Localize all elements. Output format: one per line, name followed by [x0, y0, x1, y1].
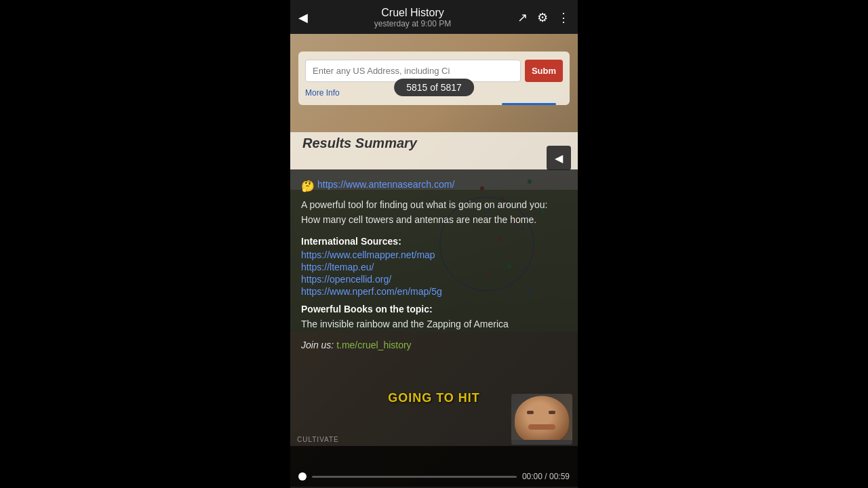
body-text: A powerful tool for finding out what is …: [301, 198, 567, 227]
post-timestamp: yesterday at 9:00 PM: [308, 19, 517, 28]
submit-button[interactable]: Subm: [525, 60, 563, 82]
phone-container: ◀ Cruel History yesterday at 9:00 PM ↗ ⚙…: [290, 0, 578, 488]
content-area: 5815 of 5817 Subm More Info Results Summ…: [290, 34, 578, 487]
antenna-search-link[interactable]: https://www.antennasearch.com/: [317, 179, 454, 190]
opencellid-link[interactable]: https://opencellid.org/: [301, 274, 567, 285]
more-icon[interactable]: ⋮: [557, 12, 570, 24]
header-actions: ↗ ⚙ ⋮: [517, 12, 570, 24]
cultivate-label: CULTIVATE: [297, 436, 339, 443]
books-title: Powerful Books on the topic:: [301, 304, 567, 314]
international-sources-title: International Sources:: [301, 236, 567, 247]
going-to-hit-text: GOING TO HIT: [388, 391, 480, 405]
thinking-emoji: 🤔: [301, 179, 315, 194]
join-text: Join us: t.me/cruel_history: [301, 340, 567, 350]
progress-bar[interactable]: [312, 476, 517, 478]
results-summary-text: Results Summary: [302, 136, 417, 151]
ltemap-link[interactable]: https://ltemap.eu/: [301, 262, 567, 272]
header: ◀ Cruel History yesterday at 9:00 PM ↗ ⚙…: [290, 0, 578, 34]
nperf-link[interactable]: https://www.nperf.com/en/map/5g: [301, 286, 567, 297]
more-info-link[interactable]: More Info: [305, 88, 340, 98]
books-text: The invisible rainbow and the Zapping of…: [301, 317, 567, 332]
blue-line-decoration: [502, 103, 556, 105]
cellmapper-link[interactable]: https://www.cellmapper.net/map: [301, 249, 567, 260]
video-thumbnail: [511, 394, 572, 445]
video-time-display: 00:00 / 00:59: [522, 472, 570, 481]
message-counter: 5815 of 5817: [394, 79, 474, 96]
settings-icon[interactable]: ⚙: [537, 12, 548, 24]
nav-back-arrow[interactable]: ◀: [547, 146, 571, 170]
channel-title: Cruel History: [308, 7, 517, 19]
first-line: 🤔 https://www.antennasearch.com/: [301, 179, 567, 194]
telegram-link[interactable]: t.me/cruel_history: [336, 340, 411, 350]
header-center: Cruel History yesterday at 9:00 PM: [308, 7, 517, 28]
share-icon[interactable]: ↗: [517, 12, 528, 24]
progress-indicator[interactable]: [298, 472, 307, 481]
video-controls: 00:00 / 00:59: [290, 472, 578, 481]
back-button[interactable]: ◀: [298, 12, 308, 24]
video-player: 00:00 / 00:59: [290, 446, 578, 487]
